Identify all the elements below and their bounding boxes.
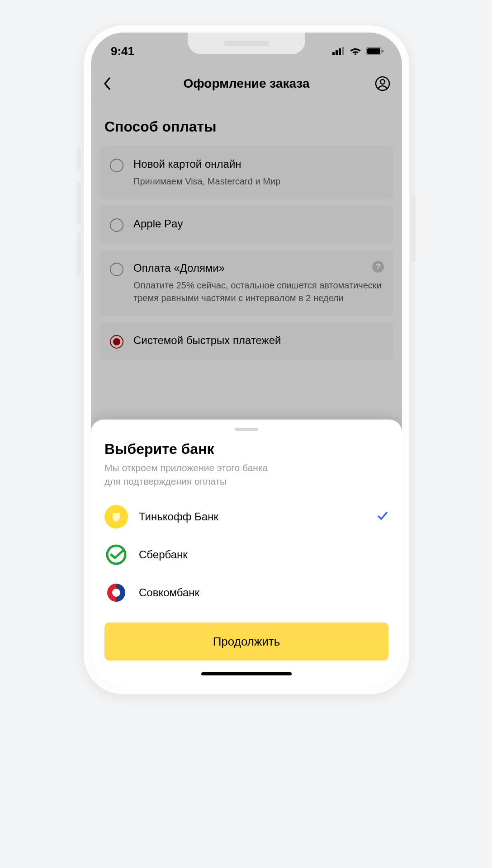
chevron-left-icon [103,77,112,90]
option-title: Новой картой онлайн [133,158,383,170]
device-notch [188,33,305,54]
radio-icon-checked [110,335,123,349]
bank-option-sovcom[interactable]: Совкомбанк [104,574,388,612]
cellular-icon [332,47,345,55]
page-title: Оформление заказа [123,76,370,91]
svg-rect-2 [339,48,341,55]
svg-point-11 [107,546,125,564]
payment-option-new-card[interactable]: Новой картой онлайн Принимаем Visa, Mast… [100,146,393,199]
svg-point-9 [380,80,385,84]
radio-icon [110,263,123,276]
radio-icon [110,218,123,232]
continue-button[interactable]: Продолжить [104,623,388,660]
app-header: Оформление заказа [91,66,402,101]
payment-option-sbp[interactable]: Системой быстрых платежей [100,322,393,360]
status-time: 9:41 [111,44,134,58]
bank-option-tinkoff[interactable]: Тинькофф Банк [104,498,388,536]
option-subtitle: Принимаем Visa, Mastercard и Мир [133,175,383,188]
side-button [76,181,81,224]
phone-frame: 9:41 Оформление за [84,25,409,694]
option-title: Оплата «Долями» [133,262,383,274]
sovcom-logo-icon [104,581,128,604]
sheet-title: Выберите банк [104,441,388,458]
svg-rect-7 [382,50,383,52]
radio-icon [110,159,123,172]
side-button [76,233,81,276]
user-circle-icon [375,76,390,91]
payment-option-dolyami[interactable]: Оплата «Долями» Оплатите 25% сейчас, ост… [100,250,393,316]
svg-rect-0 [332,52,335,55]
sber-logo-icon [104,543,128,566]
option-title: Системой быстрых платежей [133,334,383,347]
sheet-subtitle: Мы откроем приложение этого банка для по… [104,461,388,488]
app-screen: 9:41 Оформление за [91,33,402,687]
check-icon [377,510,388,524]
back-button[interactable] [103,77,123,90]
svg-rect-3 [342,47,344,55]
battery-icon [366,47,384,55]
svg-point-4 [355,53,356,55]
bank-name: Сбербанк [139,548,188,561]
bank-option-sber[interactable]: Сбербанк [104,536,388,574]
wifi-icon [350,47,361,55]
help-icon[interactable]: ? [372,261,384,273]
svg-point-12 [112,589,120,597]
tinkoff-logo-icon [104,505,128,528]
device-stage: 9:41 Оформление за [58,0,434,731]
payment-option-apple-pay[interactable]: Apple Pay [100,206,393,244]
side-button [76,147,81,170]
bank-list: Тинькофф Банк Сбербанк [104,498,388,612]
status-indicators [332,47,384,55]
side-button [411,194,416,262]
svg-rect-6 [367,48,380,54]
bank-picker-sheet: Выберите банк Мы откроем приложение этог… [91,420,402,687]
payment-content: Способ оплаты Новой картой онлайн Приним… [91,101,402,360]
profile-button[interactable] [370,76,390,91]
option-title: Apple Pay [133,217,383,230]
option-subtitle: Оплатите 25% сейчас, остальное спишется … [133,279,383,304]
section-title: Способ оплаты [100,115,393,146]
sheet-grabber[interactable] [235,428,258,431]
svg-rect-1 [336,50,338,55]
bank-name: Тинькофф Банк [139,510,218,523]
bank-name: Совкомбанк [139,586,199,599]
home-indicator [201,672,292,675]
